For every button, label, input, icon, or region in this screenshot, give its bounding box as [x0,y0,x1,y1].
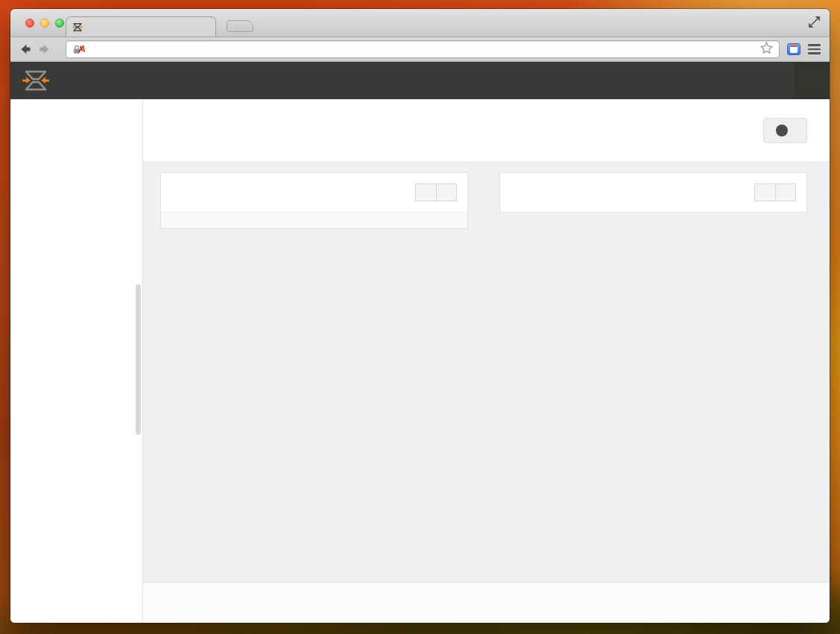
plus-icon [776,125,788,136]
dashboard-area [143,161,830,582]
opnsense-favicon [72,22,83,32]
opnsense-page [10,62,830,623]
browser-tab[interactable] [66,16,216,37]
minimize-widget-button[interactable] [416,184,436,201]
sidebar [10,99,143,623]
zoom-window-button[interactable] [55,19,64,28]
logout-button[interactable] [794,62,830,99]
footer [143,582,830,623]
browser-window: \✗ [10,9,830,623]
close-widget-button[interactable] [436,184,456,201]
forward-button[interactable] [39,43,51,55]
new-tab-button[interactable] [227,20,253,32]
browser-titlebar [10,9,830,37]
fullscreen-icon[interactable] [808,16,821,28]
url-bar[interactable]: \✗ [66,40,780,58]
sidebar-scrollbar-thumb[interactable] [136,284,141,435]
traffic-lights [25,19,64,28]
broken-https-lock-icon[interactable]: \✗ [72,44,82,54]
browser-menu-icon[interactable] [808,44,821,54]
clipped-row [161,212,467,228]
back-button[interactable] [19,43,31,55]
opnsense-logo-icon [22,69,50,92]
opnsense-logo[interactable] [10,69,54,92]
system-information-widget [160,172,468,229]
app-header [10,62,830,99]
close-widget-button[interactable] [775,184,795,201]
content-header [143,99,830,161]
browser-toolbar: \✗ [10,37,830,62]
extension-icon[interactable] [787,43,800,55]
bookmark-star-icon[interactable] [760,42,773,57]
minimize-widget-button[interactable] [755,184,775,201]
close-window-button[interactable] [25,19,34,28]
add-widget-button[interactable] [763,118,807,143]
minimize-window-button[interactable] [40,19,49,28]
interface-list-widget [499,172,807,213]
